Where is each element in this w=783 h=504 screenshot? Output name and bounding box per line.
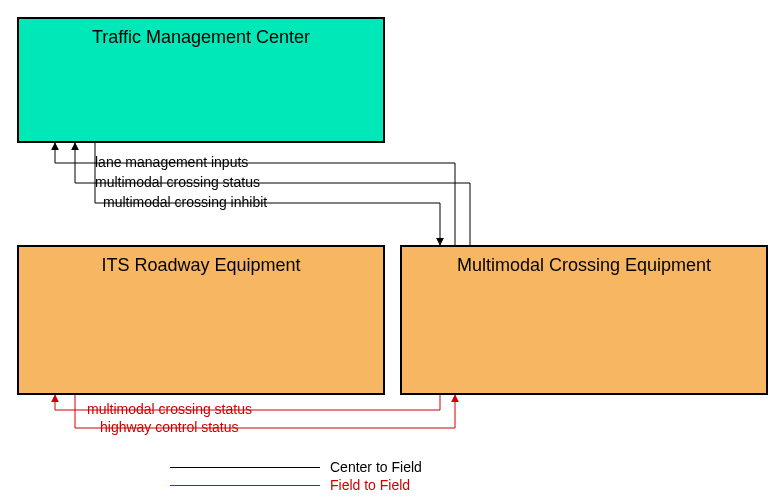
- flow-label-lane-management-inputs: lane management inputs: [95, 154, 248, 170]
- flow-label-multimodal-crossing-inhibit: multimodal crossing inhibit: [103, 194, 267, 210]
- legend-line-field-to-field: [170, 485, 320, 486]
- legend-line-center-to-field: [170, 467, 320, 468]
- node-label: Traffic Management Center: [92, 27, 310, 47]
- node-traffic-management-center[interactable]: Traffic Management Center: [17, 17, 385, 143]
- node-label: Multimodal Crossing Equipment: [457, 255, 711, 275]
- flow-label-multimodal-crossing-status-its: multimodal crossing status: [87, 401, 252, 417]
- flow-label-highway-control-status: highway control status: [100, 419, 239, 435]
- legend-label-field-to-field: Field to Field: [330, 477, 410, 493]
- node-multimodal-crossing-equipment[interactable]: Multimodal Crossing Equipment: [400, 245, 768, 395]
- node-label: ITS Roadway Equipment: [101, 255, 300, 275]
- legend-label-center-to-field: Center to Field: [330, 459, 422, 475]
- node-its-roadway-equipment[interactable]: ITS Roadway Equipment: [17, 245, 385, 395]
- flow-label-multimodal-crossing-status-tmc: multimodal crossing status: [95, 174, 260, 190]
